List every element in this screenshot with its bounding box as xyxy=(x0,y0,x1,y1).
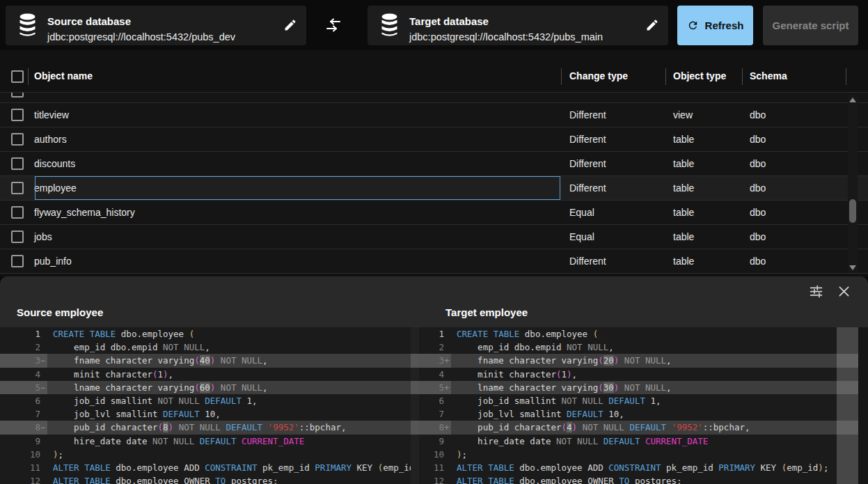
table-row[interactable]: jobsEqualtabledbo xyxy=(0,225,868,249)
cell-change-type: Different xyxy=(569,134,606,145)
cell-schema: dbo xyxy=(750,207,766,218)
cell-object-name: discounts xyxy=(34,158,75,169)
row-checkbox[interactable] xyxy=(11,133,24,146)
line-number-gutter: 3− xyxy=(0,354,47,367)
code-line: 9 hire_date date NOT NULL DEFAULT CURREN… xyxy=(0,435,411,448)
line-number-gutter: 4 xyxy=(419,368,451,381)
header-divider xyxy=(28,68,29,85)
table-row[interactable]: pub_infoDifferenttabledbo xyxy=(0,249,868,274)
panel-right-strip xyxy=(858,327,868,484)
scroll-down-arrow-icon[interactable] xyxy=(849,265,856,270)
row-checkbox[interactable] xyxy=(11,182,24,194)
edit-source-icon[interactable] xyxy=(283,18,297,32)
column-header-schema[interactable]: Schema xyxy=(750,70,787,81)
row-checkbox[interactable] xyxy=(11,109,24,121)
cell-change-type: Different xyxy=(569,158,606,169)
cell-schema: dbo xyxy=(750,256,766,267)
cell-object-type: table xyxy=(673,231,694,242)
edit-target-icon[interactable] xyxy=(645,18,659,32)
table-row[interactable]: discountsDifferenttabledbo xyxy=(0,152,868,176)
cell-change-type: Different xyxy=(569,256,606,267)
cell-schema: dbo xyxy=(750,134,766,145)
line-number-gutter: 4 xyxy=(0,368,47,381)
source-database-title: Source database xyxy=(47,15,131,27)
code-line: 3− fname character varying(40) NOT NULL, xyxy=(0,354,411,367)
column-header-object-type[interactable]: Object type xyxy=(673,70,726,81)
cell-schema: dbo xyxy=(750,231,766,242)
table-row[interactable]: titleviewDifferentviewdbo xyxy=(0,103,868,127)
line-number-gutter: 8+ xyxy=(419,421,451,434)
table-body: titleviewDifferentviewdboauthorsDifferen… xyxy=(0,103,868,274)
target-code-editor[interactable]: 1CREATE TABLE dbo.employee (2 emp_id dbo… xyxy=(419,327,837,484)
line-number-gutter: 10 xyxy=(419,448,451,461)
line-number-gutter: 9 xyxy=(0,435,47,448)
line-number-gutter: 2 xyxy=(419,341,451,354)
table-row[interactable]: flyway_schema_historyEqualtabledbo xyxy=(0,201,868,225)
cell-object-name: employee xyxy=(34,182,77,194)
row-checkbox[interactable] xyxy=(11,255,24,267)
column-header-change-type[interactable]: Change type xyxy=(569,70,628,81)
diff-panel: Source employee Target employee 1CREATE … xyxy=(0,276,868,484)
scrollbar-thumb[interactable] xyxy=(849,199,856,223)
column-header-object-name[interactable]: Object name xyxy=(34,70,93,81)
row-checkbox[interactable] xyxy=(11,206,24,219)
source-database-card: Source database jdbc:postgresql://localh… xyxy=(6,6,306,45)
line-number-gutter: 6 xyxy=(419,394,451,407)
cell-schema: dbo xyxy=(750,182,766,194)
cell-change-type: Different xyxy=(569,182,606,194)
code-line: 9 hire_date date NOT NULL DEFAULT CURREN… xyxy=(419,435,837,448)
topbar: Source database jdbc:postgresql://localh… xyxy=(0,0,868,50)
row-checkbox[interactable] xyxy=(11,231,24,243)
line-number-gutter: 1 xyxy=(0,327,47,341)
row-checkbox[interactable] xyxy=(11,157,24,170)
diff-code-area: 1CREATE TABLE dbo.employee (2 emp_id dbo… xyxy=(0,327,868,484)
cell-object-type: table xyxy=(673,207,694,218)
table-row[interactable]: authorsDifferenttabledbo xyxy=(0,127,868,152)
database-icon xyxy=(380,13,399,38)
select-all-checkbox[interactable] xyxy=(11,70,24,83)
database-icon xyxy=(18,13,37,38)
code-line: 7 job_lvl smallint DEFAULT 10, xyxy=(419,407,837,421)
code-line: 10); xyxy=(0,448,411,461)
header-divider xyxy=(665,68,666,85)
source-overview-ruler[interactable] xyxy=(411,327,419,484)
cell-object-type: table xyxy=(673,158,694,169)
line-number-gutter: 7 xyxy=(0,407,47,421)
header-divider xyxy=(742,68,743,85)
selected-row-outline xyxy=(35,176,560,200)
refresh-button[interactable]: Refresh xyxy=(677,6,753,45)
target-database-card: Target database jdbc:postgresql://localh… xyxy=(368,6,668,45)
cell-change-type: Different xyxy=(569,109,606,120)
code-line: 6 job_id smallint NOT NULL DEFAULT 1, xyxy=(419,394,837,407)
swap-databases-icon[interactable] xyxy=(324,16,342,34)
cell-object-name: titleview xyxy=(34,109,69,120)
target-database-title: Target database xyxy=(409,15,489,27)
table-scrollbar[interactable] xyxy=(848,95,858,273)
source-code-editor[interactable]: 1CREATE TABLE dbo.employee (2 emp_id dbo… xyxy=(0,327,411,484)
code-line: 3+ fname character varying(20) NOT NULL, xyxy=(419,354,837,367)
code-line: 12ALTER TABLE dbo.employee OWNER TO post… xyxy=(419,474,837,484)
scroll-up-arrow-icon[interactable] xyxy=(849,97,856,102)
cell-object-type: table xyxy=(673,182,694,194)
line-number-gutter: 1 xyxy=(419,327,451,341)
cell-object-type: table xyxy=(673,256,694,267)
generate-script-button[interactable]: Generate script xyxy=(763,6,858,45)
code-line: 6 job_id smallint NOT NULL DEFAULT 1, xyxy=(0,394,411,407)
table-row[interactable]: employeeDifferenttabledbo xyxy=(0,176,868,201)
cell-change-type: Equal xyxy=(569,231,594,242)
cell-object-name: flyway_schema_history xyxy=(34,207,135,218)
target-pane-title: Target employee xyxy=(445,306,528,318)
cell-schema: dbo xyxy=(750,158,766,169)
line-number-gutter: 11 xyxy=(0,461,47,474)
code-line: 2 emp_id dbo.empid NOT NULL, xyxy=(419,341,837,354)
objects-table: Object name Change type Object type Sche… xyxy=(0,50,868,276)
header-divider xyxy=(846,68,846,85)
close-panel-icon[interactable] xyxy=(837,284,851,299)
table-header: Object name Change type Object type Sche… xyxy=(0,61,868,93)
diff-settings-icon[interactable] xyxy=(809,284,823,299)
code-line: 2 emp_id dbo.empid NOT NULL, xyxy=(0,341,411,354)
target-minimap-scrollbar[interactable] xyxy=(837,327,858,484)
code-line: 5+ lname character varying(30) NOT NULL, xyxy=(419,381,837,394)
code-line: 11ALTER TABLE dbo.employee ADD CONSTRAIN… xyxy=(0,461,411,474)
code-line: 5− lname character varying(60) NOT NULL, xyxy=(0,381,411,394)
